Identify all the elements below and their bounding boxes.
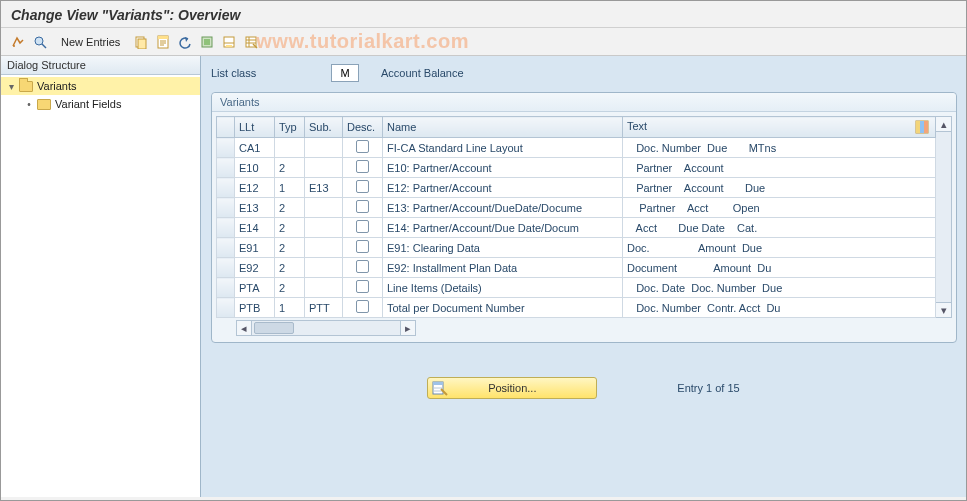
copy-icon[interactable] [131, 32, 151, 52]
cell-sub[interactable] [305, 158, 343, 178]
cell-typ[interactable]: 2 [275, 278, 305, 298]
table-row[interactable]: PTB1PTTTotal per Document Number Doc. Nu… [217, 298, 936, 318]
table-row[interactable]: PTA2Line Items (Details) Doc. Date Doc. … [217, 278, 936, 298]
row-selector[interactable] [217, 218, 235, 238]
cell-llt[interactable]: E12 [235, 178, 275, 198]
table-row[interactable]: E912E91: Clearing DataDoc. Amount Due [217, 238, 936, 258]
desc-checkbox[interactable] [356, 140, 369, 153]
cell-text[interactable]: Partner Acct Open [623, 198, 936, 218]
cell-desc[interactable] [343, 218, 383, 238]
scroll-right-icon[interactable]: ▸ [400, 321, 415, 335]
select-all-icon[interactable] [197, 32, 217, 52]
cell-llt[interactable]: PTB [235, 298, 275, 318]
col-select[interactable] [217, 117, 235, 138]
cell-name[interactable]: FI-CA Standard Line Layout [383, 138, 623, 158]
row-selector[interactable] [217, 178, 235, 198]
table-config-icon[interactable] [915, 120, 931, 134]
deselect-all-icon[interactable] [219, 32, 239, 52]
cell-name[interactable]: E14: Partner/Account/Due Date/Docum [383, 218, 623, 238]
table-row[interactable]: E121E13E12: Partner/Account Partner Acco… [217, 178, 936, 198]
col-text[interactable]: Text [623, 117, 936, 138]
cell-sub[interactable] [305, 218, 343, 238]
cell-typ[interactable]: 1 [275, 298, 305, 318]
cell-sub[interactable] [305, 238, 343, 258]
position-button[interactable]: Position... [427, 377, 597, 399]
cell-sub[interactable] [305, 278, 343, 298]
cell-llt[interactable]: E91 [235, 238, 275, 258]
cell-name[interactable]: E91: Clearing Data [383, 238, 623, 258]
scroll-thumb[interactable] [254, 322, 294, 334]
find-icon[interactable] [30, 32, 50, 52]
scroll-down-icon[interactable]: ▾ [936, 302, 951, 317]
cell-llt[interactable]: CA1 [235, 138, 275, 158]
cell-typ[interactable]: 1 [275, 178, 305, 198]
cell-name[interactable]: E12: Partner/Account [383, 178, 623, 198]
toggle-display-icon[interactable] [8, 32, 28, 52]
tree-node-variant-fields[interactable]: • Variant Fields [1, 95, 200, 113]
col-typ[interactable]: Typ [275, 117, 305, 138]
cell-desc[interactable] [343, 198, 383, 218]
cell-text[interactable]: Partner Account [623, 158, 936, 178]
cell-sub[interactable]: E13 [305, 178, 343, 198]
cell-typ[interactable]: 2 [275, 158, 305, 178]
row-selector[interactable] [217, 238, 235, 258]
cell-text[interactable]: Doc. Number Due MTns [623, 138, 936, 158]
save-icon[interactable] [153, 32, 173, 52]
cell-name[interactable]: Line Items (Details) [383, 278, 623, 298]
scroll-up-icon[interactable]: ▴ [936, 117, 951, 132]
list-class-input[interactable] [331, 64, 359, 82]
cell-name[interactable]: E92: Installment Plan Data [383, 258, 623, 278]
collapse-icon[interactable]: ▾ [5, 81, 17, 92]
row-selector[interactable] [217, 138, 235, 158]
cell-name[interactable]: Total per Document Number [383, 298, 623, 318]
cell-typ[interactable] [275, 138, 305, 158]
horizontal-scrollbar[interactable]: ◂ ▸ [236, 320, 416, 336]
cell-desc[interactable] [343, 258, 383, 278]
col-name[interactable]: Name [383, 117, 623, 138]
col-desc[interactable]: Desc. [343, 117, 383, 138]
cell-llt[interactable]: E14 [235, 218, 275, 238]
row-selector[interactable] [217, 298, 235, 318]
cell-typ[interactable]: 2 [275, 218, 305, 238]
new-entries-button[interactable]: New Entries [55, 34, 126, 50]
col-sub[interactable]: Sub. [305, 117, 343, 138]
cell-name[interactable]: E10: Partner/Account [383, 158, 623, 178]
cell-sub[interactable] [305, 198, 343, 218]
desc-checkbox[interactable] [356, 200, 369, 213]
row-selector[interactable] [217, 158, 235, 178]
row-selector[interactable] [217, 258, 235, 278]
cell-sub[interactable] [305, 258, 343, 278]
desc-checkbox[interactable] [356, 300, 369, 313]
cell-desc[interactable] [343, 298, 383, 318]
cell-llt[interactable]: PTA [235, 278, 275, 298]
table-row[interactable]: E102E10: Partner/Account Partner Account [217, 158, 936, 178]
cell-llt[interactable]: E13 [235, 198, 275, 218]
cell-text[interactable]: Partner Account Due [623, 178, 936, 198]
desc-checkbox[interactable] [356, 240, 369, 253]
cell-text[interactable]: Doc. Date Doc. Number Due [623, 278, 936, 298]
row-selector[interactable] [217, 278, 235, 298]
cell-desc[interactable] [343, 138, 383, 158]
cell-sub[interactable] [305, 138, 343, 158]
table-row[interactable]: CA1FI-CA Standard Line Layout Doc. Numbe… [217, 138, 936, 158]
cell-sub[interactable]: PTT [305, 298, 343, 318]
cell-typ[interactable]: 2 [275, 198, 305, 218]
cell-desc[interactable] [343, 158, 383, 178]
cell-desc[interactable] [343, 278, 383, 298]
cell-text[interactable]: Document Amount Du [623, 258, 936, 278]
desc-checkbox[interactable] [356, 160, 369, 173]
tree-node-variants[interactable]: ▾ Variants [1, 77, 200, 95]
col-llt[interactable]: LLt [235, 117, 275, 138]
desc-checkbox[interactable] [356, 180, 369, 193]
table-row[interactable]: E132E13: Partner/Account/DueDate/Docume … [217, 198, 936, 218]
desc-checkbox[interactable] [356, 220, 369, 233]
cell-text[interactable]: Doc. Number Contr. Acct Du [623, 298, 936, 318]
cell-llt[interactable]: E92 [235, 258, 275, 278]
undo-icon[interactable] [175, 32, 195, 52]
desc-checkbox[interactable] [356, 260, 369, 273]
cell-text[interactable]: Doc. Amount Due [623, 238, 936, 258]
cell-desc[interactable] [343, 238, 383, 258]
cell-text[interactable]: Acct Due Date Cat. [623, 218, 936, 238]
cell-llt[interactable]: E10 [235, 158, 275, 178]
table-row[interactable]: E922E92: Installment Plan DataDocument A… [217, 258, 936, 278]
